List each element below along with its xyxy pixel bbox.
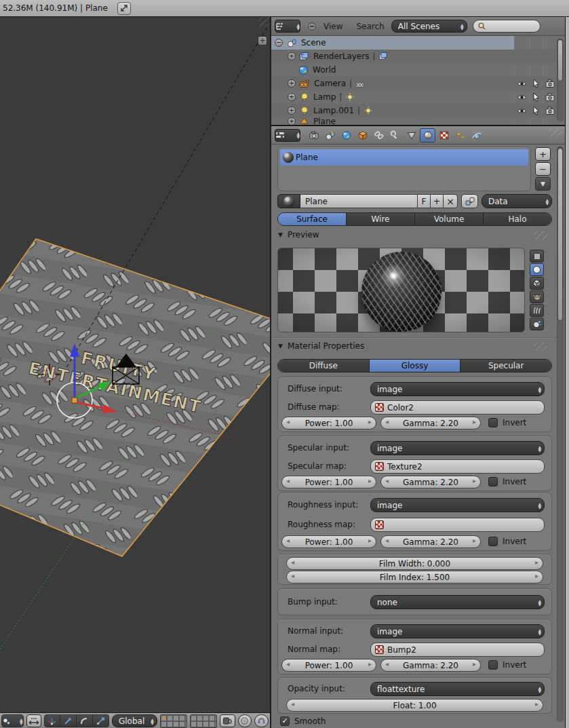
outliner-row-plane[interactable]: Plane (271, 117, 557, 125)
hide-toggle[interactable] (514, 104, 529, 117)
slider-decrease[interactable] (286, 660, 290, 668)
slot-specials-menu[interactable] (535, 177, 551, 191)
tab-specular[interactable]: Specular (460, 360, 551, 372)
layer-cell-active[interactable] (161, 715, 167, 721)
slider-increase[interactable] (368, 477, 372, 484)
outliner-row-lamp[interactable]: Lamp | (271, 90, 557, 104)
dropdown-spinner[interactable] (534, 445, 541, 452)
outliner-scrollbar[interactable] (557, 39, 564, 121)
rotate-manipulator-button[interactable] (77, 714, 93, 727)
float-slider[interactable]: Float: 1.00 (286, 699, 543, 712)
slider-decrease[interactable] (291, 558, 294, 566)
tab-material-icon[interactable] (420, 128, 435, 142)
tab-object-data-icon[interactable] (404, 128, 419, 142)
opacity-input-dropdown[interactable]: floattexture (370, 682, 545, 696)
tab-wire[interactable]: Wire (347, 213, 415, 225)
translate-arrow-button[interactable] (60, 714, 77, 727)
power-slider[interactable]: Power: 1.00 (281, 417, 376, 429)
collapse-all-icon[interactable] (307, 22, 317, 31)
expander-plus-icon[interactable] (288, 52, 296, 60)
link-mode-spinner[interactable] (542, 198, 549, 205)
material-properties-header[interactable]: Material Properties (278, 341, 364, 351)
slider-increase[interactable] (473, 660, 476, 668)
tab-world-icon[interactable] (338, 128, 354, 142)
diffuse-map-field[interactable]: Color2 (370, 400, 545, 415)
orientation-dropdown[interactable]: Global (112, 714, 157, 727)
film-width-slider[interactable]: Film Width: 0.000 (286, 557, 543, 570)
manipulator-toggle[interactable] (26, 714, 41, 727)
hide-toggle[interactable] (514, 77, 529, 90)
expander-plus-icon[interactable] (288, 93, 296, 101)
roughness-map-field[interactable] (370, 518, 545, 532)
preview-panel-header[interactable]: Preview (278, 230, 319, 240)
use-nodes-button[interactable] (461, 194, 478, 208)
add-slot-button[interactable] (535, 147, 551, 161)
power-slider[interactable]: Power: 1.00 (281, 535, 376, 548)
properties-scrollbar[interactable] (557, 147, 564, 722)
editor-type-selector[interactable] (275, 129, 300, 142)
bump-input-dropdown[interactable]: none (370, 595, 545, 609)
gamma-slider[interactable]: Gamma: 2.20 (380, 535, 481, 548)
power-slider[interactable]: Power: 1.00 (281, 659, 376, 672)
proportional-edit-button[interactable] (238, 714, 252, 727)
dropdown-spinner[interactable] (534, 599, 541, 606)
selectable-toggle[interactable] (529, 77, 543, 90)
gamma-slider[interactable]: Gamma: 2.20 (380, 476, 481, 488)
browse-material-button[interactable] (277, 194, 300, 208)
slider-increase[interactable] (368, 537, 372, 544)
tab-object-icon[interactable] (355, 128, 370, 142)
slider-decrease[interactable] (286, 477, 290, 484)
invert-checkbox[interactable] (488, 418, 498, 427)
unlink-material-button[interactable] (444, 194, 458, 208)
invert-checkbox[interactable] (488, 537, 498, 546)
layers-grid-1[interactable] (160, 714, 187, 728)
invert-checkbox[interactable] (488, 477, 498, 486)
dropdown-spinner[interactable] (534, 628, 541, 635)
preview-world-button[interactable] (530, 318, 544, 330)
gamma-slider[interactable]: Gamma: 2.20 (380, 659, 481, 672)
row-label[interactable]: Lamp.001 (313, 106, 354, 115)
new-material-button[interactable] (431, 194, 444, 208)
preview-sphere-button[interactable] (530, 263, 544, 276)
translate-manipulator-button[interactable] (44, 714, 60, 727)
slider-decrease[interactable] (385, 418, 389, 425)
expander-plus-icon[interactable] (288, 79, 296, 88)
normal-map-field[interactable]: Bump2 (370, 643, 545, 657)
preview-cube-button[interactable] (530, 277, 544, 290)
slider-decrease[interactable] (385, 660, 389, 668)
scene-filter-spinner[interactable] (457, 23, 464, 30)
tab-texture-icon[interactable] (436, 128, 452, 142)
row-label[interactable]: Camera (314, 79, 346, 88)
slider-decrease[interactable] (291, 572, 294, 579)
menu-view[interactable]: View (317, 22, 349, 31)
lock-to-scene-button[interactable] (220, 714, 235, 727)
tab-halo[interactable]: Halo (484, 213, 551, 225)
mode-selector[interactable] (1, 714, 24, 727)
tab-render-icon[interactable] (306, 128, 321, 142)
outliner-row-camera[interactable]: Camera | (271, 77, 557, 90)
render-toggle[interactable] (543, 90, 557, 104)
dropdown-spinner[interactable] (534, 686, 541, 693)
outliner-row-scene[interactable]: Scene (271, 36, 557, 50)
slider-increase[interactable] (473, 537, 476, 544)
menu-search[interactable]: Search (349, 22, 391, 31)
remove-slot-button[interactable] (535, 162, 551, 176)
specular-map-field[interactable]: Texture2 (370, 459, 545, 474)
tab-surface[interactable]: Surface (278, 213, 347, 225)
outliner-scrollbar-thumb[interactable] (557, 39, 563, 81)
scene-filter-dropdown[interactable]: All Scenes (391, 20, 467, 33)
tab-volume[interactable]: Volume (415, 213, 484, 225)
tab-particles-icon[interactable] (452, 128, 468, 142)
tab-diffuse[interactable]: Diffuse (278, 360, 370, 372)
viewport-scene[interactable]: FRUITY ENTERTAINMENT (0, 17, 270, 712)
screen-resize-icon[interactable] (117, 2, 131, 15)
outliner-row-renderlayers[interactable]: RenderLayers | (271, 50, 557, 63)
slider-decrease[interactable] (286, 537, 290, 544)
row-label[interactable]: Lamp (313, 92, 336, 102)
row-label[interactable]: Scene (301, 38, 326, 47)
row-label[interactable]: Plane (313, 117, 336, 125)
roughness-input-dropdown[interactable]: image (370, 498, 545, 512)
normal-input-dropdown[interactable]: image (370, 624, 545, 638)
properties-scrollbar-thumb[interactable] (557, 148, 563, 321)
slider-increase[interactable] (473, 477, 476, 484)
